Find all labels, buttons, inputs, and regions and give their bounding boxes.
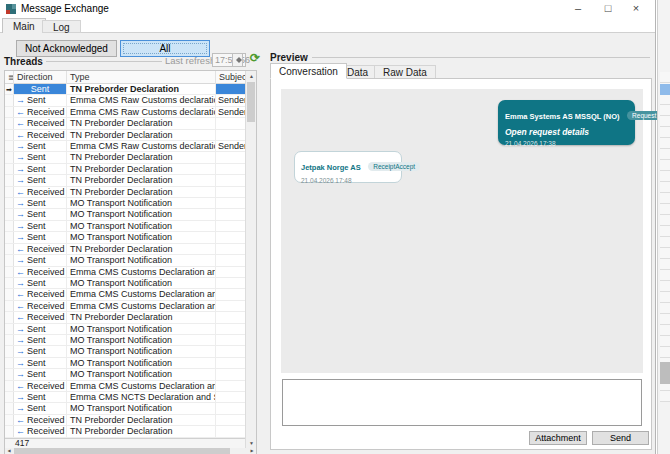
table-row[interactable]: ←Received Emma CMS Customs Declaration a… [5, 381, 247, 392]
subject-cell [216, 415, 247, 425]
direction-arrow-icon: → [16, 152, 25, 162]
background-window-scroll-thumb [660, 362, 670, 384]
row-marker-icon [5, 118, 14, 128]
type-cell: TN Preborder Declaration [67, 152, 216, 162]
tab-main[interactable]: Main [2, 18, 46, 33]
direction-arrow-icon: → [16, 141, 25, 151]
table-row[interactable]: →Sent MO Transport Notification [5, 209, 247, 220]
subject-cell [216, 426, 247, 436]
type-cell: MO Transport Notification [67, 198, 216, 208]
table-row[interactable]: ←Received TN Preborder Declaration [5, 415, 247, 426]
table-row[interactable]: →Sent MO Transport Notification [5, 346, 247, 357]
direction-cell: Sent [27, 95, 46, 105]
table-row[interactable]: →Sent TN Preborder Declaration [5, 164, 247, 175]
message-input[interactable] [282, 379, 642, 426]
direction-cell: Sent [27, 278, 46, 288]
direction-cell: Received [27, 187, 65, 197]
horizontal-scroll-thumb[interactable] [14, 448, 230, 454]
table-row[interactable]: →Sent TN Preborder Declaration [5, 175, 247, 186]
table-row[interactable]: →Sent Emma CMS NCTS Declaration and Stat… [5, 392, 247, 403]
subject-cell [216, 267, 247, 277]
direction-arrow-icon: ← [16, 244, 25, 254]
row-marker-icon [5, 312, 14, 322]
type-cell: TN Preborder Declaration [67, 118, 216, 128]
subject-cell [216, 301, 247, 311]
row-marker-icon [5, 346, 14, 356]
last-refresh-label: Last refresh [165, 55, 215, 66]
column-header-subject[interactable]: Subject [216, 71, 247, 84]
close-button[interactable]: × [623, 0, 649, 17]
table-vertical-scrollbar[interactable]: ▲ ▼ [245, 71, 256, 448]
table-row[interactable]: →Sent MO Transport Notification [5, 221, 247, 232]
table-row[interactable]: ←Received Emma CMS Customs Declaration a… [5, 267, 247, 278]
table-row[interactable]: →Sent MO Transport Notification [5, 403, 247, 414]
message-bubble-incoming[interactable]: Jetpak Norge AS ReceiptAccept 21.04.2026… [294, 151, 402, 183]
subject-cell [216, 221, 247, 231]
table-row[interactable]: ←Received Emma CMS Customs Declaration a… [5, 301, 247, 312]
table-header: ≣ Direction Type Subject [5, 71, 247, 84]
subject-cell [216, 244, 247, 254]
row-marker-icon [5, 130, 14, 140]
table-row[interactable]: ←Received Emma CMS Raw Customs declarati… [5, 107, 247, 118]
table-row[interactable]: →Sent MO Transport Notification [5, 255, 247, 266]
direction-cell: Sent [27, 175, 46, 185]
message-bubble-outgoing[interactable]: Emma Systems AS MSSQL (NO) Request Open … [498, 100, 635, 145]
table-row[interactable]: ←Received TN Preborder Declaration [5, 312, 247, 323]
title-bar[interactable]: Message Exchange – □ × [0, 0, 655, 17]
table-row[interactable]: →Sent Emma CMS Raw Customs declaration t… [5, 95, 247, 106]
subject-cell [216, 255, 247, 265]
row-marker-icon [5, 255, 14, 265]
minimize-button[interactable]: – [565, 0, 591, 17]
table-row[interactable]: →Sent MO Transport Notification [5, 369, 247, 380]
table-row[interactable]: →Sent MO Transport Notification [5, 335, 247, 346]
row-marker-icon [5, 381, 14, 391]
not-acknowledged-button[interactable]: Not Acknowledged [16, 40, 117, 57]
scroll-right-icon[interactable]: ▶ [248, 448, 256, 454]
table-row[interactable]: →Sent TN Preborder Declaration [5, 152, 247, 163]
table-horizontal-scrollbar[interactable]: ◀ ▶ [5, 448, 256, 454]
table-row[interactable]: ➡ →Sent TN Preborder Declaration [5, 84, 247, 95]
row-marker-icon [5, 152, 14, 162]
table-row[interactable]: ←Received Emma CMS Customs Declaration a… [5, 289, 247, 300]
tab-raw-data[interactable]: Raw Data [374, 65, 436, 79]
direction-arrow-icon: ← [16, 130, 25, 140]
table-row[interactable]: →Sent MO Transport Notification [5, 358, 247, 369]
maximize-button[interactable]: □ [595, 0, 621, 17]
table-row[interactable]: →Sent MO Transport Notification [5, 324, 247, 335]
table-row[interactable]: ←Received TN Preborder Declaration [5, 244, 247, 255]
type-cell: TN Preborder Declaration [67, 244, 216, 254]
attachment-button[interactable]: Attachment [529, 431, 587, 445]
scroll-left-icon[interactable]: ◀ [5, 448, 13, 454]
row-marker-icon [5, 403, 14, 413]
table-row[interactable]: →Sent Emma CMS Raw Customs declaration t… [5, 141, 247, 152]
last-refresh-spinner[interactable] [232, 53, 243, 67]
subject-cell [216, 118, 247, 128]
direction-arrow-icon: ← [16, 381, 25, 391]
table-row[interactable]: →Sent MO Transport Notification [5, 232, 247, 243]
type-cell: MO Transport Notification [67, 209, 216, 219]
open-request-details-link[interactable]: Open request details [505, 127, 628, 137]
type-cell: MO Transport Notification [67, 324, 216, 334]
column-header-type[interactable]: Type [67, 71, 216, 84]
conversation-area: Emma Systems AS MSSQL (NO) Request Open … [281, 89, 643, 373]
table-row[interactable]: ←Received TN Preborder Declaration [5, 130, 247, 141]
scroll-down-icon[interactable]: ▼ [246, 438, 257, 448]
table-row[interactable]: ←Received TN Preborder Declaration [5, 187, 247, 198]
scroll-up-icon[interactable]: ▲ [246, 71, 257, 81]
send-button[interactable]: Send [592, 431, 649, 445]
type-cell: MO Transport Notification [67, 232, 216, 242]
subject-cell [216, 232, 247, 242]
table-row[interactable]: ←Received TN Preborder Declaration [5, 426, 247, 437]
refresh-icon[interactable]: ⟳ [248, 51, 262, 65]
incoming-message-type-badge: ReceiptAccept [368, 162, 420, 171]
tab-log[interactable]: Log [42, 20, 81, 33]
spinner-down-icon[interactable] [236, 60, 242, 63]
table-row[interactable]: →Sent MO Transport Notification [5, 278, 247, 289]
table-row[interactable]: ←Received TN Preborder Declaration [5, 118, 247, 129]
table-row[interactable]: →Sent MO Transport Notification [5, 198, 247, 209]
column-header-direction[interactable]: Direction [14, 71, 67, 84]
vertical-scroll-thumb[interactable] [247, 82, 255, 122]
row-marker-icon [5, 369, 14, 379]
row-marker-icon [5, 335, 14, 345]
tab-conversation[interactable]: Conversation [270, 63, 347, 79]
